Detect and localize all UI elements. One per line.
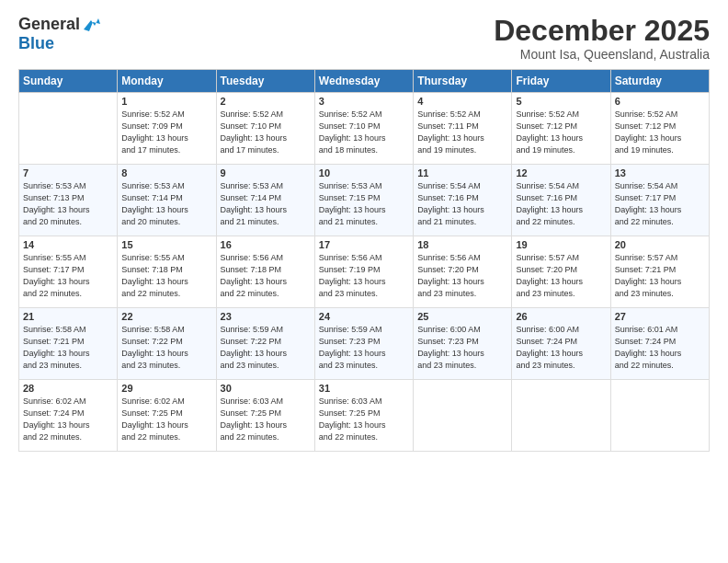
day-number: 21 (23, 311, 113, 322)
calendar-table: Sunday Monday Tuesday Wednesday Thursday… (18, 69, 710, 452)
day-number: 20 (615, 239, 705, 250)
day-info: Sunrise: 6:01 AM Sunset: 7:24 PM Dayligh… (615, 324, 705, 372)
logo-blue-text: Blue (18, 34, 54, 53)
month-title: December 2025 (494, 15, 710, 47)
day-info: Sunrise: 5:54 AM Sunset: 7:16 PM Dayligh… (417, 180, 507, 228)
day-number: 30 (221, 383, 311, 394)
day-info: Sunrise: 6:00 AM Sunset: 7:23 PM Dayligh… (417, 324, 507, 372)
day-info: Sunrise: 5:56 AM Sunset: 7:18 PM Dayligh… (221, 252, 311, 300)
day-number: 11 (417, 167, 507, 178)
calendar-cell: 3Sunrise: 5:52 AM Sunset: 7:10 PM Daylig… (314, 93, 413, 165)
calendar-cell: 11Sunrise: 5:54 AM Sunset: 7:16 PM Dayli… (414, 165, 512, 236)
calendar-cell: 18Sunrise: 5:56 AM Sunset: 7:20 PM Dayli… (414, 236, 512, 308)
day-info: Sunrise: 5:52 AM Sunset: 7:10 PM Dayligh… (221, 109, 311, 156)
day-info: Sunrise: 5:53 AM Sunset: 7:13 PM Dayligh… (23, 180, 113, 228)
calendar-header-row: Sunday Monday Tuesday Wednesday Thursday… (19, 70, 710, 93)
day-number: 18 (417, 239, 507, 250)
calendar-cell: 26Sunrise: 6:00 AM Sunset: 7:24 PM Dayli… (512, 308, 610, 380)
day-info: Sunrise: 6:02 AM Sunset: 7:25 PM Dayligh… (121, 396, 211, 443)
calendar-cell: 1Sunrise: 5:52 AM Sunset: 7:09 PM Daylig… (118, 93, 216, 165)
day-number: 26 (516, 311, 606, 322)
logo: General Blue (18, 15, 102, 53)
calendar-cell: 13Sunrise: 5:54 AM Sunset: 7:17 PM Dayli… (610, 165, 709, 236)
calendar-cell: 20Sunrise: 5:57 AM Sunset: 7:21 PM Dayli… (610, 236, 709, 308)
day-number: 5 (516, 96, 606, 107)
calendar-cell (512, 380, 610, 452)
day-number: 4 (417, 96, 507, 107)
day-info: Sunrise: 5:59 AM Sunset: 7:23 PM Dayligh… (319, 324, 409, 372)
header-sunday: Sunday (19, 70, 118, 93)
logo-general-text: General (18, 15, 80, 34)
header-thursday: Thursday (414, 70, 512, 93)
day-number: 19 (516, 239, 606, 250)
page: General Blue December 2025 Mount Isa, Qu… (0, 0, 728, 563)
day-number: 27 (615, 311, 705, 322)
calendar-cell: 31Sunrise: 6:03 AM Sunset: 7:25 PM Dayli… (314, 380, 413, 452)
day-number: 28 (23, 383, 113, 394)
day-info: Sunrise: 5:57 AM Sunset: 7:20 PM Dayligh… (516, 252, 606, 300)
day-number: 16 (221, 239, 311, 250)
day-number: 7 (23, 167, 113, 178)
day-info: Sunrise: 5:52 AM Sunset: 7:12 PM Dayligh… (615, 109, 705, 156)
svg-marker-0 (84, 18, 100, 31)
day-number: 6 (615, 96, 705, 107)
calendar-cell: 24Sunrise: 5:59 AM Sunset: 7:23 PM Dayli… (314, 308, 413, 380)
header: General Blue December 2025 Mount Isa, Qu… (18, 15, 710, 62)
day-info: Sunrise: 6:00 AM Sunset: 7:24 PM Dayligh… (516, 324, 606, 372)
day-info: Sunrise: 5:59 AM Sunset: 7:22 PM Dayligh… (221, 324, 311, 372)
day-info: Sunrise: 5:52 AM Sunset: 7:09 PM Dayligh… (121, 109, 211, 156)
header-tuesday: Tuesday (216, 70, 314, 93)
header-saturday: Saturday (610, 70, 709, 93)
calendar-week-2: 14Sunrise: 5:55 AM Sunset: 7:17 PM Dayli… (19, 236, 710, 308)
calendar-cell: 8Sunrise: 5:53 AM Sunset: 7:14 PM Daylig… (118, 165, 216, 236)
calendar-cell: 2Sunrise: 5:52 AM Sunset: 7:10 PM Daylig… (216, 93, 314, 165)
day-info: Sunrise: 5:52 AM Sunset: 7:10 PM Dayligh… (319, 109, 409, 156)
day-info: Sunrise: 5:55 AM Sunset: 7:17 PM Dayligh… (23, 252, 113, 300)
calendar-week-4: 28Sunrise: 6:02 AM Sunset: 7:24 PM Dayli… (19, 380, 710, 452)
day-info: Sunrise: 5:55 AM Sunset: 7:18 PM Dayligh… (121, 252, 211, 300)
calendar-cell: 5Sunrise: 5:52 AM Sunset: 7:12 PM Daylig… (512, 93, 610, 165)
day-info: Sunrise: 5:57 AM Sunset: 7:21 PM Dayligh… (615, 252, 705, 300)
day-number: 10 (319, 167, 409, 178)
day-number: 22 (121, 311, 211, 322)
day-info: Sunrise: 5:53 AM Sunset: 7:14 PM Dayligh… (121, 180, 211, 228)
day-info: Sunrise: 5:53 AM Sunset: 7:14 PM Dayligh… (221, 180, 311, 228)
day-info: Sunrise: 5:56 AM Sunset: 7:19 PM Dayligh… (319, 252, 409, 300)
logo-bird-icon (82, 17, 102, 33)
day-info: Sunrise: 5:52 AM Sunset: 7:11 PM Dayligh… (417, 109, 507, 156)
day-info: Sunrise: 5:53 AM Sunset: 7:15 PM Dayligh… (319, 180, 409, 228)
day-number: 12 (516, 167, 606, 178)
location: Mount Isa, Queensland, Australia (494, 47, 710, 62)
calendar-cell: 28Sunrise: 6:02 AM Sunset: 7:24 PM Dayli… (19, 380, 118, 452)
day-number: 8 (121, 167, 211, 178)
header-monday: Monday (118, 70, 216, 93)
day-info: Sunrise: 5:54 AM Sunset: 7:16 PM Dayligh… (516, 180, 606, 228)
calendar-cell: 9Sunrise: 5:53 AM Sunset: 7:14 PM Daylig… (216, 165, 314, 236)
day-info: Sunrise: 5:56 AM Sunset: 7:20 PM Dayligh… (417, 252, 507, 300)
calendar-week-3: 21Sunrise: 5:58 AM Sunset: 7:21 PM Dayli… (19, 308, 710, 380)
day-info: Sunrise: 5:58 AM Sunset: 7:22 PM Dayligh… (121, 324, 211, 372)
calendar-week-1: 7Sunrise: 5:53 AM Sunset: 7:13 PM Daylig… (19, 165, 710, 236)
calendar-cell: 19Sunrise: 5:57 AM Sunset: 7:20 PM Dayli… (512, 236, 610, 308)
calendar-cell: 14Sunrise: 5:55 AM Sunset: 7:17 PM Dayli… (19, 236, 118, 308)
calendar-cell: 21Sunrise: 5:58 AM Sunset: 7:21 PM Dayli… (19, 308, 118, 380)
day-number: 15 (121, 239, 211, 250)
calendar-cell: 4Sunrise: 5:52 AM Sunset: 7:11 PM Daylig… (414, 93, 512, 165)
day-number: 29 (121, 383, 211, 394)
calendar-cell: 7Sunrise: 5:53 AM Sunset: 7:13 PM Daylig… (19, 165, 118, 236)
day-info: Sunrise: 6:02 AM Sunset: 7:24 PM Dayligh… (23, 396, 113, 443)
calendar-cell: 29Sunrise: 6:02 AM Sunset: 7:25 PM Dayli… (118, 380, 216, 452)
day-number: 2 (221, 96, 311, 107)
day-number: 9 (221, 167, 311, 178)
day-number: 31 (319, 383, 409, 394)
header-friday: Friday (512, 70, 610, 93)
day-number: 3 (319, 96, 409, 107)
calendar-cell: 25Sunrise: 6:00 AM Sunset: 7:23 PM Dayli… (414, 308, 512, 380)
day-number: 23 (221, 311, 311, 322)
calendar-cell (610, 380, 709, 452)
calendar-cell: 27Sunrise: 6:01 AM Sunset: 7:24 PM Dayli… (610, 308, 709, 380)
day-info: Sunrise: 6:03 AM Sunset: 7:25 PM Dayligh… (319, 396, 409, 443)
calendar-cell: 16Sunrise: 5:56 AM Sunset: 7:18 PM Dayli… (216, 236, 314, 308)
day-info: Sunrise: 5:54 AM Sunset: 7:17 PM Dayligh… (615, 180, 705, 228)
calendar-cell: 30Sunrise: 6:03 AM Sunset: 7:25 PM Dayli… (216, 380, 314, 452)
